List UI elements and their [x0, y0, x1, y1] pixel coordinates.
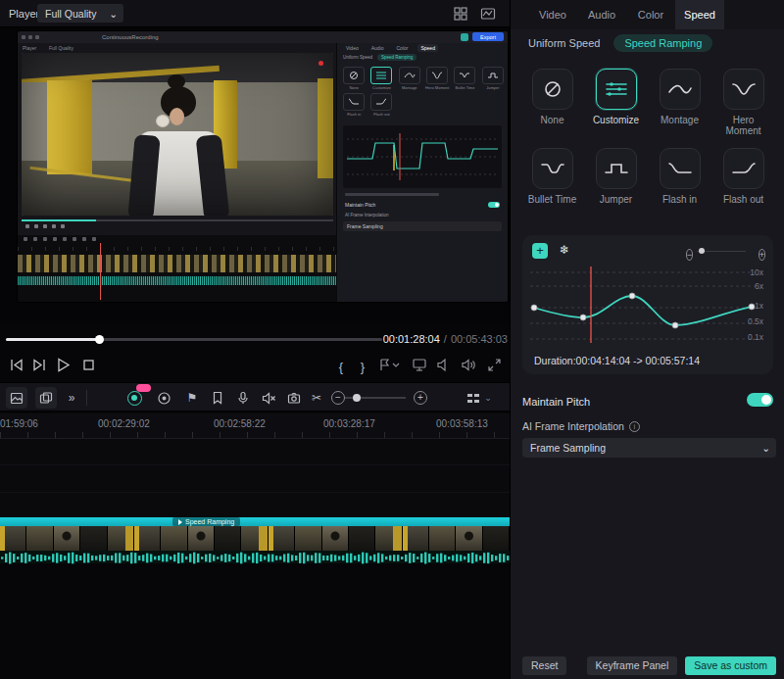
preset-hero-moment-icon	[723, 69, 764, 110]
timecode-separator: /	[444, 333, 447, 345]
speed-subtabs: Uniform Speed Speed Ramping	[528, 32, 712, 54]
stop-button[interactable]	[78, 355, 98, 374]
toolbar-divider	[86, 390, 87, 406]
info-icon[interactable]: i	[629, 421, 640, 432]
preset-jumper-icon	[596, 148, 637, 189]
previous-frame-button[interactable]	[6, 355, 25, 374]
recorded-tab: Video	[343, 44, 362, 52]
zoom-slider-knob[interactable]	[353, 394, 361, 402]
mute-button[interactable]	[258, 387, 279, 409]
marker-flag-button[interactable]: ⚑	[181, 387, 203, 409]
timeline-toolbar: » ⚑ ✂ − +	[0, 382, 510, 412]
maintain-pitch-row: Maintain Pitch	[522, 392, 777, 410]
clip-duration-text: Duration:00:04:14:04 -> 00:05:57:14	[534, 355, 700, 366]
frame-sampling-value: Frame Sampling	[522, 442, 606, 454]
ruler-timestamp: 01:59:06	[0, 418, 38, 429]
recorded-presets: None Customize Montage Hero Moment Bulle…	[341, 67, 506, 117]
quality-selector[interactable]: Full Quality ⌄	[37, 4, 123, 23]
zoom-in-button[interactable]: +	[410, 387, 431, 409]
tab-speed[interactable]: Speed	[675, 0, 724, 29]
save-as-custom-button[interactable]: Save as custom	[685, 656, 776, 675]
freeze-frame-icon[interactable]: ❄	[560, 243, 569, 257]
preset-customize-icon	[596, 69, 637, 110]
preset-bullet-time[interactable]: Bullet Time	[520, 148, 584, 205]
panel-tabs: Video Audio Color Speed	[511, 0, 784, 29]
tab-color[interactable]: Color	[626, 0, 675, 29]
ruler-timestamp: 00:02:58:22	[214, 418, 266, 429]
quality-value: Full Quality	[37, 8, 97, 20]
record-indicator-icon	[318, 61, 323, 66]
maintain-pitch-toggle[interactable]	[747, 393, 773, 407]
speaker-icon[interactable]	[434, 355, 454, 374]
recorded-timeline-tools	[24, 237, 96, 241]
speed-ramp-chip[interactable]: Speed Ramping	[172, 517, 240, 526]
filmstrip-frame	[188, 526, 215, 551]
preset-jumper[interactable]: Jumper	[584, 148, 648, 205]
recorded-toggle	[488, 202, 500, 208]
ruler-ticks	[0, 432, 510, 438]
mark-out-button[interactable]: }	[353, 357, 372, 376]
keyframe-panel-button[interactable]: Keyframe Panel	[587, 656, 678, 675]
graph-zoom-knob[interactable]	[699, 248, 705, 254]
recorded-tab: Audio	[368, 44, 387, 52]
filmstrip-frame	[54, 526, 80, 551]
subtab-speed-ramping[interactable]: Speed Ramping	[613, 34, 712, 52]
preset-none-icon	[532, 69, 573, 110]
snapshot-button[interactable]	[283, 387, 305, 409]
timeline-ruler[interactable]: 01:59:06 00:02:29:02 00:02:58:22 00:03:2…	[0, 413, 510, 439]
player-section: Player Full Quality ⌄ ContinuousRecordin…	[0, 0, 510, 679]
recorded-tabs: Video Audio Color Speed	[343, 44, 438, 52]
mark-in-button[interactable]: {	[331, 357, 351, 376]
speed-curve-plot[interactable]	[528, 265, 758, 345]
bookmark-button[interactable]	[207, 387, 228, 409]
display-button[interactable]	[410, 355, 429, 374]
zoom-slider[interactable]	[345, 397, 406, 399]
effects-button[interactable]	[35, 387, 57, 409]
track-manager-button[interactable]	[463, 387, 484, 409]
y-axis-label: 6x	[755, 281, 763, 291]
ai-interpolation-row: AI Frame Interpolation i	[522, 420, 640, 432]
preset-montage[interactable]: Montage	[648, 69, 711, 136]
empty-track-area[interactable]	[0, 439, 510, 517]
recorded-menu-icons	[22, 35, 39, 39]
properties-panel: Video Audio Color Speed Uniform Speed Sp…	[510, 0, 784, 679]
speed-ramping-button[interactable]	[123, 387, 145, 409]
playhead-slider[interactable]	[6, 338, 382, 341]
preset-flash-in[interactable]: Flash in	[648, 148, 711, 205]
recorded-ruler	[18, 247, 336, 251]
frame-sampling-select[interactable]: Frame Sampling ⌄	[522, 438, 776, 458]
more-tools-chevrons[interactable]: »	[61, 387, 82, 409]
voiceover-mic-button[interactable]	[232, 387, 254, 409]
preset-customize[interactable]: Customize	[584, 69, 648, 136]
preset-flash-out-icon	[723, 148, 764, 189]
add-keyframe-button[interactable]: +	[532, 243, 548, 259]
preset-hero-moment[interactable]: Hero Moment	[711, 69, 775, 136]
video-clip[interactable]: Speed Ramping	[0, 517, 510, 563]
filmstrip-frame	[215, 526, 241, 551]
graph-zoom-out-button[interactable]: −	[686, 244, 693, 262]
split-button[interactable]: ✂	[306, 387, 327, 409]
motion-track-button[interactable]	[153, 387, 174, 409]
filmstrip-frame	[429, 526, 456, 551]
volume-icon[interactable]	[459, 355, 478, 374]
scopes-icon[interactable]	[480, 6, 496, 22]
preset-flash-out[interactable]: Flash out	[711, 148, 775, 205]
recorded-speed-graph	[343, 125, 502, 188]
next-frame-button[interactable]	[29, 355, 49, 374]
layout-icon[interactable]	[453, 6, 468, 22]
tab-video[interactable]: Video	[528, 0, 577, 29]
track-manager-chevron[interactable]: ⌄	[482, 387, 494, 409]
tab-audio[interactable]: Audio	[577, 0, 626, 29]
graph-zoom-in-button[interactable]: +	[759, 244, 765, 262]
seek-knob[interactable]	[95, 335, 104, 344]
recorded-player-label: Player	[23, 45, 36, 51]
marker-dropdown-button[interactable]	[376, 355, 402, 374]
preset-none[interactable]: None	[520, 69, 584, 136]
fullscreen-button[interactable]	[484, 355, 504, 374]
recorded-preset: None	[341, 67, 367, 90]
subtab-uniform-speed[interactable]: Uniform Speed	[528, 37, 600, 49]
reset-button[interactable]: Reset	[522, 656, 566, 675]
panel-footer: Reset Keyframe Panel Save as custom	[522, 656, 776, 675]
play-button[interactable]	[53, 355, 73, 374]
media-button[interactable]	[6, 387, 27, 409]
